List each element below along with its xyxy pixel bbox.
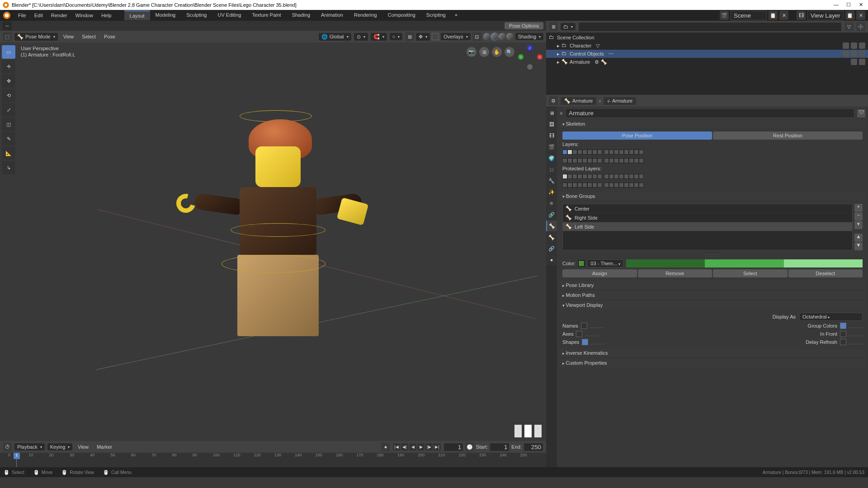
layer-cell[interactable]: [597, 150, 602, 155]
prop-tab-bone-constraint[interactable]: 🔗: [546, 243, 557, 254]
editor-type-timeline-icon[interactable]: ⏱: [3, 442, 12, 451]
layer-cell[interactable]: [624, 158, 629, 163]
layer-cell[interactable]: [572, 183, 577, 188]
layer-cell[interactable]: [567, 183, 572, 188]
layer-cell[interactable]: [639, 158, 644, 163]
layer-cell[interactable]: [604, 158, 609, 163]
layer-cell[interactable]: [639, 150, 644, 155]
layer-cell[interactable]: [619, 174, 624, 179]
list-resize-handle[interactable]: ::::::: [562, 252, 863, 258]
outliner-filter[interactable]: ▽: [844, 22, 854, 31]
workspace-animation[interactable]: Animation: [316, 10, 349, 20]
assign-button[interactable]: Assign: [562, 269, 637, 277]
layer-cell[interactable]: [629, 150, 634, 155]
shading-solid[interactable]: [491, 33, 498, 40]
scene-delete-button[interactable]: ✕: [779, 11, 788, 20]
maximize-button[interactable]: ☐: [846, 2, 853, 8]
bone-group-specials-button[interactable]: ▾: [854, 221, 863, 229]
layer-cell[interactable]: [582, 158, 587, 163]
layer-cell[interactable]: [592, 174, 597, 179]
layer-cell[interactable]: [609, 150, 614, 155]
layer-cell[interactable]: [562, 158, 567, 163]
layer-cell[interactable]: [587, 183, 592, 188]
pivot-dropdown[interactable]: ⊙: [354, 33, 368, 41]
shading-wireframe[interactable]: [483, 33, 491, 40]
layer-cell[interactable]: [609, 174, 614, 179]
layer-cell[interactable]: [629, 174, 634, 179]
timeline-menu-view[interactable]: View: [75, 443, 91, 450]
workspace-texture-paint[interactable]: Texture Paint: [246, 10, 286, 20]
in-front-checkbox[interactable]: [840, 331, 846, 337]
deselect-button[interactable]: Deselect: [788, 269, 863, 277]
layer-cell[interactable]: [562, 150, 567, 155]
layer-cell[interactable]: [614, 150, 619, 155]
layer-cell[interactable]: [604, 183, 609, 188]
workspace-compositing[interactable]: Compositing: [382, 10, 421, 20]
xray-toggle[interactable]: ⊡: [472, 32, 481, 41]
layer-cell[interactable]: [597, 183, 602, 188]
layer-cell[interactable]: [619, 150, 624, 155]
end-frame-input[interactable]: [524, 443, 543, 451]
current-frame-input[interactable]: [443, 443, 463, 451]
autokey-toggle[interactable]: ●: [381, 442, 390, 451]
viewlayer-new-button[interactable]: 📋: [845, 11, 854, 20]
timeline-menu-marker[interactable]: Marker: [94, 443, 115, 450]
playhead[interactable]: 1: [14, 453, 20, 459]
color-strip[interactable]: [626, 259, 863, 267]
editor-type-properties-icon[interactable]: ⚙: [549, 96, 558, 105]
tool-scale[interactable]: ⤢: [2, 103, 15, 117]
layer-cell[interactable]: [634, 150, 639, 155]
prop-tab-output[interactable]: 🖼: [546, 119, 557, 130]
outliner-display-mode[interactable]: 🗀: [561, 23, 576, 30]
layer-cell[interactable]: [582, 150, 587, 155]
jump-end-button[interactable]: ▶|: [434, 443, 441, 450]
datablock-shield-icon[interactable]: 🛡: [857, 109, 865, 117]
layer-cell[interactable]: [592, 158, 597, 163]
timeline-track[interactable]: 1 01020304050607080901001101201301401501…: [0, 453, 546, 467]
layer-cell[interactable]: [567, 150, 572, 155]
close-button[interactable]: ✕: [859, 2, 865, 8]
prop-tab-object[interactable]: □: [546, 164, 557, 175]
prop-tab-constraints[interactable]: 🔗: [546, 209, 557, 220]
layer-cell[interactable]: [582, 183, 587, 188]
perspective-toggle-icon[interactable]: ⊞: [479, 47, 489, 57]
layer-cell[interactable]: [609, 183, 614, 188]
scene-name-input[interactable]: [731, 11, 767, 20]
nav-play[interactable]: [524, 425, 532, 437]
jump-start-button[interactable]: |◀: [393, 443, 400, 450]
layer-cell[interactable]: [587, 158, 592, 163]
tool-cursor[interactable]: ✛: [2, 60, 15, 73]
workspace-uv-editing[interactable]: UV Editing: [212, 10, 246, 20]
layer-cell[interactable]: [567, 174, 572, 179]
prop-tab-bone[interactable]: 🦴: [546, 232, 557, 243]
editor-type-button[interactable]: ⬚: [3, 32, 12, 41]
menu-file[interactable]: File: [14, 11, 30, 19]
select-button[interactable]: Select: [713, 269, 788, 277]
play-button[interactable]: ▶: [417, 443, 425, 450]
panel-skeleton[interactable]: Skeleton: [560, 120, 865, 128]
vp-menu-view[interactable]: View: [61, 33, 77, 40]
orbit-gizmo[interactable]: X Y Z: [518, 45, 542, 70]
hide-toggle[interactable]: [851, 51, 857, 57]
remove-bone-group-button[interactable]: −: [854, 212, 863, 221]
outliner-scene-collection[interactable]: 🗀 Scene Collection: [546, 33, 868, 42]
prop-tab-modifiers[interactable]: 🔧: [546, 175, 557, 186]
layer-cell[interactable]: [562, 174, 567, 179]
layer-cell[interactable]: [572, 150, 577, 155]
group-colors-checkbox[interactable]: [840, 323, 846, 329]
prop-tab-material[interactable]: ●: [546, 254, 557, 265]
layer-cell[interactable]: [577, 150, 582, 155]
nav-next[interactable]: [534, 425, 542, 437]
workspace-modeling[interactable]: Modeling: [150, 10, 181, 20]
viewlayer-name-input[interactable]: [807, 11, 844, 20]
prop-tab-particles[interactable]: ✨: [546, 187, 557, 197]
play-reverse-button[interactable]: ◀: [409, 443, 416, 450]
render-toggle[interactable]: [859, 42, 865, 49]
shading-dropdown[interactable]: Shading: [515, 33, 543, 40]
shading-rendered[interactable]: [506, 33, 514, 40]
layer-cell[interactable]: [619, 183, 624, 188]
exclude-toggle[interactable]: [843, 51, 849, 57]
viewport-3d[interactable]: ▭ ✛ ✥ ⟲ ⤢ ◫ ✎ 📐 ↳ User Perspective (1) A…: [0, 42, 546, 441]
workspace-scripting[interactable]: Scripting: [421, 10, 451, 20]
layer-cell[interactable]: [639, 183, 644, 188]
